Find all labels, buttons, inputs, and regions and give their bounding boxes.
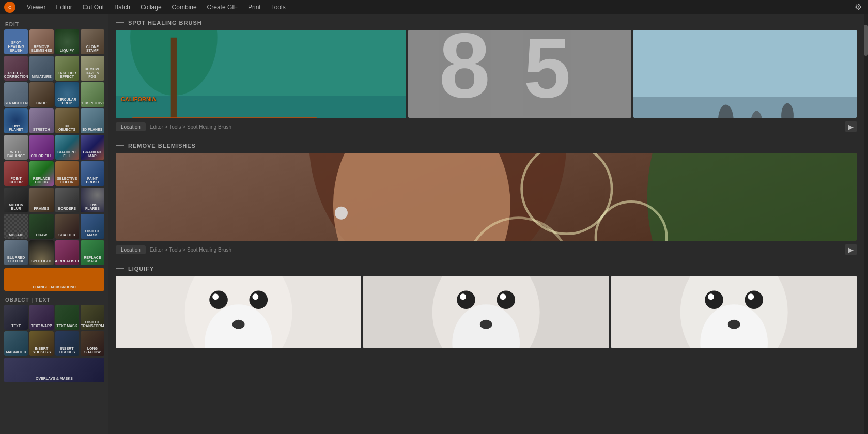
title-dash-3 xyxy=(116,268,124,269)
tool-straighten[interactable]: STRAIGHTEN xyxy=(4,82,28,107)
tool-scatter[interactable]: SCATTER xyxy=(55,214,79,239)
svg-point-18 xyxy=(335,207,348,220)
svg-point-51 xyxy=(745,290,763,309)
tool-spot-healing[interactable]: SPOT HEALING BRUSH xyxy=(4,29,28,54)
tool-object-mask[interactable]: OBJECT MASK xyxy=(81,214,104,239)
tool-surrealistic[interactable]: SURREALISTIC xyxy=(55,240,79,265)
right-scrollbar[interactable] xyxy=(864,14,868,434)
nav-collage[interactable]: Collage xyxy=(135,2,167,13)
tool-blurred-texture[interactable]: BLURRED TEXTURE xyxy=(4,240,28,265)
nav-print[interactable]: Print xyxy=(243,2,266,13)
section-title-spot-healing: SPOT HEALING BRUSH xyxy=(116,20,857,26)
tool-text-warp[interactable]: TEXT WARP xyxy=(29,305,53,330)
content-area: SPOT HEALING BRUSH CALIFORNIA xyxy=(109,14,864,434)
svg-point-20 xyxy=(647,153,857,241)
tool-tiny-planet[interactable]: TINY PLANET xyxy=(4,109,28,133)
location-button-1[interactable]: Location xyxy=(116,122,146,131)
nav-viewer[interactable]: Viewer xyxy=(22,2,51,13)
tool-overlays-masks[interactable]: OVERLAYS & MASKS xyxy=(4,358,104,382)
spot-healing-img-1: CALIFORNIA xyxy=(116,30,406,118)
tool-remove-blemishes-thumb xyxy=(29,29,53,46)
liquify-img-3 xyxy=(611,276,857,348)
nav-creategif[interactable]: Create GIF xyxy=(202,2,243,13)
title-dash xyxy=(116,22,124,23)
tool-remove-blemishes[interactable]: REMOVE BLEMISHES xyxy=(29,29,53,54)
tool-3d-planes[interactable]: 3D PLANES xyxy=(81,109,104,133)
tool-draw[interactable]: DRAW xyxy=(29,214,53,239)
tool-lens-flares[interactable]: LENS FLARES xyxy=(81,188,104,212)
svg-point-31 xyxy=(249,290,268,309)
svg-point-54 xyxy=(727,320,740,329)
settings-icon[interactable]: ⚙ xyxy=(853,2,864,13)
svg-point-33 xyxy=(252,293,258,300)
tool-perspective[interactable]: PERSPECTIVE xyxy=(81,82,104,107)
nav-cutout[interactable]: Cut Out xyxy=(78,2,109,13)
tool-mosaic[interactable]: MOSAIC xyxy=(4,214,28,239)
tool-object-transform[interactable]: OBJECT TRANSFORM xyxy=(81,305,104,330)
tool-text[interactable]: TEXT xyxy=(4,305,28,330)
tool-clone-stamp[interactable]: CLONE STAMP xyxy=(81,29,104,54)
location-button-2[interactable]: Location xyxy=(116,245,146,254)
section-remove-blemishes: REMOVE BLEMISHES xyxy=(116,143,857,255)
tool-remove-haze[interactable]: REMOVE HAZE & FOG xyxy=(81,56,104,81)
tool-circular-crop[interactable]: CIRCULAR CROP xyxy=(55,82,79,107)
tool-magnifier[interactable]: MAGNIFIER xyxy=(4,331,28,356)
tool-replace-color[interactable]: REPLACE COLOR xyxy=(29,161,53,186)
svg-point-53 xyxy=(748,293,754,300)
tool-replace-image[interactable]: REPLACE IMAGE xyxy=(81,240,104,265)
title-dash-2 xyxy=(116,145,124,146)
section-title-remove-blemishes: REMOVE BLEMISHES xyxy=(116,143,857,149)
spot-healing-images: CALIFORNIA 8 5 xyxy=(116,30,857,118)
svg-rect-10 xyxy=(633,97,857,118)
nav-batch[interactable]: Batch xyxy=(109,2,135,13)
liquify-images xyxy=(116,276,857,348)
tool-crop[interactable]: CROP xyxy=(29,82,53,107)
tool-3d-objects[interactable]: 3D OBJECTS xyxy=(55,109,79,133)
nav-tools[interactable]: Tools xyxy=(266,2,291,13)
top-nav: ○ Viewer Editor Cut Out Batch Collage Co… xyxy=(0,0,868,14)
scrollbar-thumb[interactable] xyxy=(864,25,868,56)
tool-white-balance[interactable]: WHITE BALANCE xyxy=(4,135,28,160)
tool-selective-color[interactable]: SELECTIVE COLOR xyxy=(55,161,79,186)
tool-motion-blur[interactable]: MOTION BLUR xyxy=(4,188,28,212)
tool-liquify[interactable]: LIQUIFY xyxy=(55,29,79,54)
tool-change-background[interactable]: CHANGE BACKGROUND xyxy=(4,268,104,291)
tool-stretch[interactable]: STRETCH xyxy=(29,109,53,133)
tool-borders[interactable]: BORDERS xyxy=(55,188,79,212)
edit-tools-grid: SPOT HEALING BRUSH REMOVE BLEMISHES LIQU… xyxy=(4,29,104,265)
tool-point-color[interactable]: POINT COLOR xyxy=(4,161,28,186)
tool-paint-brush[interactable]: PAINT BRUSH xyxy=(81,161,104,186)
object-text-section-label: OBJECT | TEXT xyxy=(4,294,104,305)
tool-insert-figures[interactable]: INSERT FIGURES xyxy=(55,331,79,356)
svg-point-43 xyxy=(500,293,506,300)
liquify-img-1 xyxy=(116,276,361,348)
tool-gradient-fill[interactable]: GRADIENT FILL xyxy=(55,135,79,160)
spot-healing-img-3 xyxy=(633,30,857,118)
spot-healing-img-2: 8 5 xyxy=(408,30,631,118)
tool-spotlight[interactable]: SPOTLIGHT xyxy=(29,240,53,265)
nav-combine[interactable]: Combine xyxy=(167,2,202,13)
nav-editor[interactable]: Editor xyxy=(51,2,77,13)
app-logo[interactable]: ○ xyxy=(4,2,16,13)
section-title-liquify: LIQUIFY xyxy=(116,266,857,272)
svg-rect-4 xyxy=(130,117,319,118)
tool-color-fill[interactable]: COLOR FILL xyxy=(29,135,53,160)
tool-miniature[interactable]: MINIATURE xyxy=(29,56,53,81)
tool-liquify-thumb xyxy=(55,29,79,46)
play-button-2[interactable]: ▶ xyxy=(845,244,857,255)
tool-long-shadow[interactable]: LONG SHADOW xyxy=(81,331,104,356)
sidebar: EDIT SPOT HEALING BRUSH REMOVE BLEMISHES… xyxy=(0,14,109,434)
remove-blemishes-location-bar: Location Editor > Tools > Spot Healing B… xyxy=(116,244,857,255)
tool-frames[interactable]: FRAMES xyxy=(29,188,53,212)
liquify-img-2 xyxy=(363,276,609,348)
svg-point-50 xyxy=(705,290,723,309)
tool-text-mask[interactable]: TEXT MASK xyxy=(55,305,79,330)
play-button-1[interactable]: ▶ xyxy=(845,121,857,132)
tool-gradient-map[interactable]: GRADIENT MAP xyxy=(81,135,104,160)
tool-red-eye[interactable]: RED EYE CORRECTION xyxy=(4,56,28,81)
svg-point-17 xyxy=(333,153,510,241)
svg-text:5: 5 xyxy=(523,30,570,115)
section-liquify: LIQUIFY xyxy=(116,266,857,348)
tool-insert-stickers[interactable]: INSERT STICKERS xyxy=(29,331,53,356)
tool-fake-hdr[interactable]: FAKE HDR EFFECT xyxy=(55,56,79,81)
